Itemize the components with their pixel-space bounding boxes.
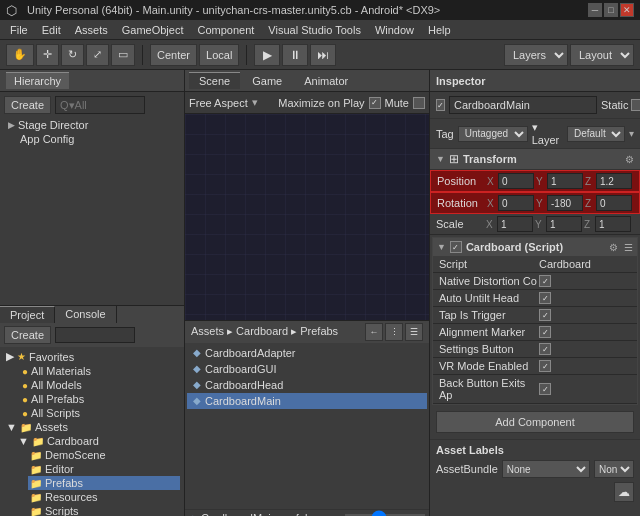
- center-button[interactable]: Center: [150, 44, 197, 66]
- cloud-icon[interactable]: ☁: [614, 482, 634, 502]
- add-component-button[interactable]: Add Component: [436, 411, 634, 433]
- back-checkbox[interactable]: [539, 383, 551, 395]
- asset-cardboard-adapter[interactable]: ◆ CardboardAdapter: [187, 345, 427, 361]
- position-z-input[interactable]: [596, 173, 632, 189]
- scale-x-input[interactable]: [497, 216, 533, 232]
- position-y-input[interactable]: [547, 173, 583, 189]
- expand-icon-cardboard: ▼: [18, 435, 29, 447]
- fav-prefabs[interactable]: ● All Prefabs: [20, 392, 180, 406]
- alignment-checkbox[interactable]: [539, 326, 551, 338]
- project-create-button[interactable]: Create: [4, 326, 51, 344]
- script-expand-icon: ▼: [437, 242, 446, 252]
- tool-buttons: ✋ ✛ ↻ ⤢ ▭: [6, 44, 135, 66]
- static-checkbox[interactable]: [631, 99, 640, 111]
- rotation-y-input[interactable]: [547, 195, 583, 211]
- fav-scripts[interactable]: ● All Scripts: [20, 406, 180, 420]
- script-script-label: Script: [439, 258, 539, 270]
- script-section-header[interactable]: ▼ Cardboard (Script) ⚙ ☰: [433, 238, 637, 256]
- local-button[interactable]: Local: [199, 44, 239, 66]
- demoscene-folder[interactable]: 📁 DemoScene: [28, 448, 180, 462]
- move-tool[interactable]: ✛: [36, 44, 59, 66]
- rect-tool[interactable]: ▭: [111, 44, 135, 66]
- play-button[interactable]: ▶: [254, 44, 280, 66]
- free-aspect-label: Free Aspect: [189, 97, 248, 109]
- rotation-fields: X Y Z: [487, 195, 633, 211]
- scale-z-input[interactable]: [595, 216, 631, 232]
- hierarchy-search[interactable]: [55, 96, 145, 114]
- tab-game[interactable]: Game: [242, 73, 292, 89]
- pause-button[interactable]: ⏸: [282, 44, 308, 66]
- fav-models[interactable]: ● All Models: [20, 378, 180, 392]
- distortion-checkbox[interactable]: [539, 275, 551, 287]
- window-controls[interactable]: ─ □ ✕: [588, 3, 634, 17]
- asset-bundle-select[interactable]: None: [502, 460, 590, 478]
- editor-folder[interactable]: 📁 Editor: [28, 462, 180, 476]
- menu-help[interactable]: Help: [422, 22, 457, 38]
- rotation-z-input[interactable]: [596, 195, 632, 211]
- menu-gameobject[interactable]: GameObject: [116, 22, 190, 38]
- inspector-scroll: Static ▾ Tag Untagged ▾ Layer Default ▾: [430, 92, 640, 516]
- layer-select[interactable]: Default: [567, 126, 625, 142]
- menu-file[interactable]: File: [4, 22, 34, 38]
- asset-bundle-variant-select[interactable]: None: [594, 460, 634, 478]
- autountilt-checkbox[interactable]: [539, 292, 551, 304]
- maximize-checkbox[interactable]: [369, 97, 381, 109]
- menu-vstudio[interactable]: Visual Studio Tools: [262, 22, 367, 38]
- settings-checkbox[interactable]: [539, 343, 551, 355]
- tag-select[interactable]: Untagged: [458, 126, 528, 142]
- menu-window[interactable]: Window: [369, 22, 420, 38]
- prefabs-folder[interactable]: 📁 Prefabs: [28, 476, 180, 490]
- menu-assets[interactable]: Assets: [69, 22, 114, 38]
- star-icon: ★: [17, 351, 26, 362]
- tap-checkbox[interactable]: [539, 309, 551, 321]
- assets-root[interactable]: ▼ 📁 Assets: [4, 420, 180, 434]
- favorites-folder[interactable]: ▶ ★ Favorites: [4, 349, 180, 364]
- vr-checkbox[interactable]: [539, 360, 551, 372]
- asset-labels-section: Asset Labels AssetBundle None None ☁: [430, 439, 640, 506]
- layout-select[interactable]: Layout: [570, 44, 634, 66]
- resources-folder[interactable]: 📁 Resources: [28, 490, 180, 504]
- asset-cardboard-gui[interactable]: ◆ CardboardGUI: [187, 361, 427, 377]
- menu-edit[interactable]: Edit: [36, 22, 67, 38]
- transform-section-header[interactable]: ▼ ⊞ Transform ⚙: [430, 149, 640, 170]
- scale-fields: X Y Z: [486, 216, 634, 232]
- asset-cardboard-main[interactable]: ◆ CardboardMain: [187, 393, 427, 409]
- tab-animator[interactable]: Animator: [294, 73, 358, 89]
- minimize-button[interactable]: ─: [588, 3, 602, 17]
- hierarchy-tab[interactable]: Hierarchy: [6, 72, 69, 89]
- static-label: Static: [601, 99, 629, 111]
- hierarchy-item-stage[interactable]: ▶ Stage Director: [4, 118, 180, 132]
- tab-console[interactable]: Console: [55, 306, 116, 323]
- script-active-checkbox[interactable]: [450, 241, 462, 253]
- rotation-x-input[interactable]: [498, 195, 534, 211]
- scale-tool[interactable]: ⤢: [86, 44, 109, 66]
- object-name-input[interactable]: [449, 96, 597, 114]
- tab-scene[interactable]: Scene: [189, 72, 240, 89]
- mute-checkbox[interactable]: [413, 97, 425, 109]
- close-button[interactable]: ✕: [620, 3, 634, 17]
- menu-component[interactable]: Component: [191, 22, 260, 38]
- project-search-input[interactable]: [55, 327, 135, 343]
- scene-view: [185, 114, 429, 320]
- prefab-icon-1: ◆: [193, 347, 201, 358]
- step-button[interactable]: ⏭: [310, 44, 336, 66]
- scripts-folder[interactable]: 📁 Scripts: [28, 504, 180, 516]
- assets-btn-1[interactable]: ←: [365, 323, 383, 341]
- tree-arrow-stage: ▶: [8, 120, 15, 130]
- rotate-tool[interactable]: ↻: [61, 44, 84, 66]
- layers-select[interactable]: Layers: [504, 44, 568, 66]
- scale-y-input[interactable]: [546, 216, 582, 232]
- fav-materials[interactable]: ● All Materials: [20, 364, 180, 378]
- tab-project[interactable]: Project: [0, 306, 55, 323]
- back-label: Back Button Exits Ap: [439, 377, 539, 401]
- hierarchy-create-button[interactable]: Create: [4, 96, 51, 114]
- cardboard-folder[interactable]: ▼ 📁 Cardboard: [16, 434, 180, 448]
- hierarchy-item-appconfig[interactable]: App Config: [16, 132, 180, 146]
- maximize-button[interactable]: □: [604, 3, 618, 17]
- assets-btn-3[interactable]: ☰: [405, 323, 423, 341]
- hand-tool[interactable]: ✋: [6, 44, 34, 66]
- position-x-input[interactable]: [498, 173, 534, 189]
- assets-btn-2[interactable]: ⋮: [385, 323, 403, 341]
- asset-cardboard-head[interactable]: ◆ CardboardHead: [187, 377, 427, 393]
- object-active-checkbox[interactable]: [436, 99, 445, 111]
